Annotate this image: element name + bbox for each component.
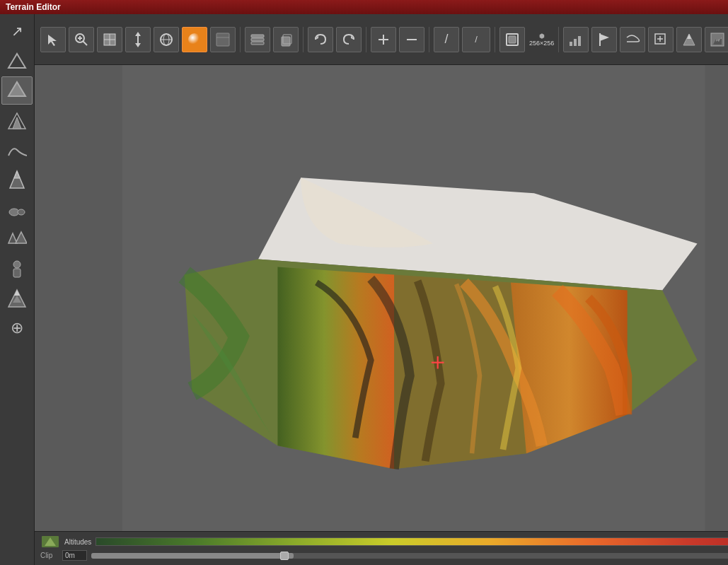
clip-slider[interactable] [91, 553, 728, 559]
svg-rect-30 [216, 33, 229, 46]
sidebar-item-peak[interactable] [1, 165, 33, 194]
clip-slider-handle[interactable] [280, 552, 289, 560]
resolution-label: ⬢ [539, 33, 545, 40]
terrain-overview-btn[interactable] [705, 27, 728, 52]
svg-marker-10 [16, 232, 27, 243]
sidebar-item-cursor[interactable]: ⊕ [1, 314, 33, 342]
svg-rect-33 [251, 38, 264, 41]
view-flat-btn[interactable] [97, 27, 122, 52]
svg-point-29 [188, 33, 201, 46]
svg-rect-32 [251, 35, 264, 37]
sep6 [558, 27, 559, 52]
svg-rect-45 [574, 39, 577, 46]
svg-rect-43 [509, 36, 516, 43]
altitudes-label: Altitudes [64, 538, 91, 546]
copy-btn[interactable] [273, 27, 299, 52]
svg-rect-34 [251, 42, 264, 45]
bottom-bar: Altitudes Clip 0m 384m [35, 531, 728, 565]
layers-btn[interactable] [245, 27, 270, 52]
svg-rect-46 [578, 36, 581, 46]
main-container: ↗ ⊕ [0, 14, 728, 565]
zoom-in-btn[interactable] [69, 27, 94, 52]
resolution-display: ⬢ 256×256 [529, 33, 554, 47]
clip-label: Clip [40, 552, 58, 559]
svg-point-8 [18, 209, 25, 215]
title-bar: Terrain Editor [0, 0, 728, 14]
sidebar-item-person[interactable] [1, 255, 33, 283]
top-toolbar: / / ⬢ 256×256 [35, 14, 728, 65]
sphere-btn[interactable] [182, 27, 207, 52]
terrain-btn[interactable] [210, 27, 236, 52]
sidebar-item-rocky[interactable] [1, 284, 33, 313]
flag-btn[interactable] [591, 27, 617, 52]
altitude-gradient [96, 537, 728, 546]
window-title: Terrain Editor [6, 2, 61, 12]
sidebar-item-m2[interactable] [1, 76, 33, 105]
globe-btn[interactable] [154, 27, 179, 52]
resolution-btn[interactable] [499, 27, 525, 52]
sep1 [240, 27, 241, 52]
chart-btn[interactable] [563, 27, 589, 52]
left-toolbar: ↗ ⊕ [0, 14, 35, 565]
arrows-btn[interactable] [125, 27, 151, 52]
svg-point-11 [13, 261, 21, 268]
brush-size-group: / [434, 27, 459, 52]
sep5 [495, 27, 495, 52]
svg-marker-48 [600, 34, 609, 41]
svg-marker-9 [8, 233, 17, 243]
zoom-in2-btn[interactable] [371, 27, 396, 52]
add-btn[interactable] [648, 27, 674, 52]
altitude-row: Altitudes [40, 535, 728, 549]
svg-rect-12 [13, 269, 21, 277]
sidebar-item-hills[interactable] [1, 136, 33, 164]
sep2 [303, 27, 304, 52]
sidebar-item-rocks[interactable] [1, 195, 33, 223]
clip-min-value[interactable]: 0m [62, 550, 87, 561]
mountain-thumb-btn[interactable] [676, 27, 702, 52]
sidebar-item-m1[interactable] [1, 47, 33, 75]
center-area: / / ⬢ 256×256 [35, 14, 728, 565]
sep3 [366, 27, 366, 52]
svg-line-17 [83, 41, 87, 45]
x2-btn[interactable]: / [462, 27, 490, 52]
svg-marker-25 [135, 43, 141, 47]
altitude-icon [40, 535, 60, 549]
zoom-out2-btn[interactable] [399, 27, 424, 52]
resolution-value: 256×256 [529, 40, 554, 47]
brush-diag-btn[interactable]: / [434, 27, 459, 52]
clip-slider-fill [91, 553, 294, 559]
sep4 [429, 27, 429, 52]
select-tool-btn[interactable] [40, 27, 66, 52]
sidebar-item-arrow[interactable]: ↗ [1, 17, 33, 45]
svg-marker-24 [135, 32, 141, 36]
canvas-area[interactable] [35, 65, 728, 531]
svg-rect-44 [570, 42, 572, 46]
svg-marker-0 [8, 54, 25, 68]
wind-btn[interactable] [620, 27, 645, 52]
svg-marker-2 [8, 82, 25, 96]
undo-btn[interactable] [308, 27, 333, 52]
sidebar-item-m3[interactable] [1, 106, 33, 134]
terrain-viewport[interactable] [35, 65, 728, 531]
redo-btn[interactable] [336, 27, 362, 52]
clip-row: Clip 0m 384m [40, 550, 728, 561]
sidebar-item-multi[interactable] [1, 225, 33, 253]
